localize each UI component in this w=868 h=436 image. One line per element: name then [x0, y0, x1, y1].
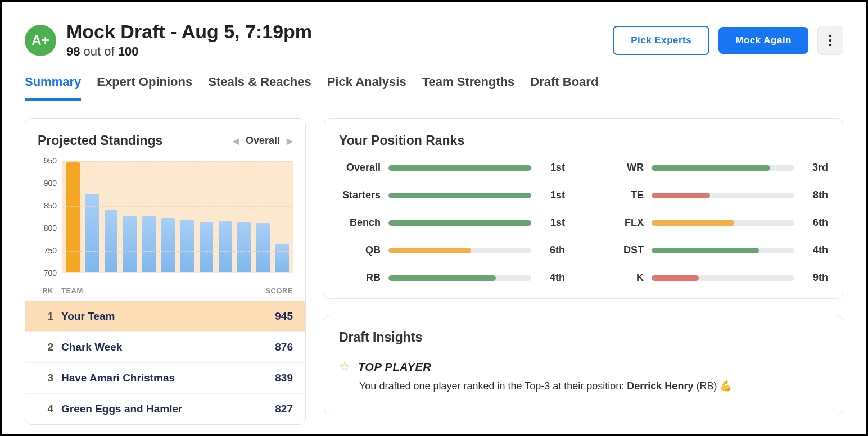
pager-label: Overall — [246, 135, 280, 147]
grade-badge: A+ — [25, 25, 56, 56]
tab-summary[interactable]: Summary — [25, 69, 81, 101]
chart-bar — [142, 216, 156, 272]
col-rk-header: RK — [38, 287, 61, 295]
table-row[interactable]: 4Green Eggs and Hamler827 — [25, 393, 305, 424]
rank-label: Overall — [339, 162, 381, 174]
y-tick: 700 — [44, 269, 57, 278]
rank-bar — [388, 220, 531, 226]
chart-bar — [85, 194, 99, 273]
rank-value: 9th — [802, 272, 828, 284]
rank-value: 1st — [539, 189, 565, 201]
svg-point-1 — [829, 39, 831, 41]
col-team-header: TEAM — [61, 287, 248, 295]
chart-bar — [256, 223, 270, 272]
tab-steals-reaches[interactable]: Steals & Reaches — [208, 69, 311, 101]
rank-value: 1st — [539, 217, 565, 229]
tab-expert-opinions[interactable]: Expert Opinions — [97, 69, 192, 101]
rank-label: TE — [602, 189, 644, 201]
score-subtitle: 98 out of 100 — [66, 44, 312, 59]
chart-bar — [237, 222, 251, 272]
rank-label: FLX — [602, 217, 644, 229]
star-icon: ☆ — [339, 360, 350, 374]
row-score: 945 — [248, 310, 293, 323]
row-rank: 4 — [38, 403, 61, 415]
draft-insights-card: Draft Insights ☆ TOP PLAYER You drafted … — [324, 315, 843, 415]
chart-bar — [200, 222, 213, 273]
rank-bar — [388, 248, 531, 253]
rank-value: 3rd — [802, 162, 828, 174]
rank-value: 6th — [539, 244, 565, 256]
rank-row-overall: Overall1st — [339, 162, 565, 174]
rank-bar — [388, 193, 531, 198]
row-rank: 1 — [38, 310, 61, 323]
top-player-heading: TOP PLAYER — [358, 361, 431, 374]
row-team: Have Amari Christmas — [61, 372, 248, 384]
row-score: 876 — [248, 341, 293, 353]
tab-team-strengths[interactable]: Team Strengths — [422, 69, 515, 101]
rank-label: WR — [602, 162, 644, 174]
rank-bar — [388, 275, 531, 281]
ranks-title: Your Position Ranks — [339, 133, 828, 148]
rank-label: Starters — [339, 189, 381, 201]
col-score-header: SCORE — [248, 287, 293, 295]
chart-bar — [123, 216, 137, 273]
rank-value: 1st — [539, 162, 565, 174]
svg-point-2 — [829, 43, 831, 46]
rank-value: 8th — [802, 189, 828, 201]
rank-label: QB — [339, 244, 381, 256]
y-tick: 950 — [44, 156, 57, 165]
rank-value: 4th — [539, 272, 565, 284]
y-tick: 800 — [44, 224, 57, 233]
pager-prev-button[interactable]: ◀ — [233, 137, 239, 146]
top-player-text: You drafted one player ranked in the Top… — [359, 380, 828, 392]
chart-bar — [66, 162, 80, 272]
chart-bar — [275, 244, 289, 272]
row-rank: 3 — [38, 372, 61, 384]
table-row[interactable]: 3Have Amari Christmas839 — [25, 362, 305, 393]
chart-bar — [105, 210, 118, 272]
rank-bar — [652, 248, 794, 253]
rank-bar — [388, 165, 531, 171]
rank-row-wr: WR3rd — [602, 162, 828, 174]
insights-title: Draft Insights — [339, 330, 828, 345]
rank-row-te: TE8th — [602, 189, 828, 201]
rank-bar — [652, 220, 794, 226]
more-menu-button[interactable] — [817, 26, 843, 55]
tab-pick-analysis[interactable]: Pick Analysis — [327, 69, 406, 101]
table-row[interactable]: 2Chark Week876 — [25, 331, 305, 362]
table-row[interactable]: 1Your Team945 — [25, 301, 305, 331]
standings-title: Projected Standings — [38, 133, 162, 148]
rank-row-qb: QB6th — [339, 244, 565, 256]
y-tick: 900 — [44, 179, 57, 188]
position-ranks-card: Your Position Ranks Overall1stWR3rdStart… — [324, 118, 843, 299]
row-team: Green Eggs and Hamler — [61, 403, 248, 415]
projected-standings-card: Projected Standings ◀ Overall ▶ 70075080… — [25, 118, 306, 425]
y-tick: 750 — [44, 246, 57, 255]
rank-bar — [652, 193, 794, 198]
rank-row-rb: RB4th — [339, 272, 565, 284]
row-team: Chark Week — [61, 341, 248, 353]
rank-bar — [652, 165, 794, 171]
svg-point-0 — [829, 34, 831, 37]
rank-label: DST — [602, 244, 644, 256]
rank-row-starters: Starters1st — [339, 189, 565, 201]
row-rank: 2 — [38, 341, 61, 353]
rank-row-flx: FLX6th — [602, 217, 828, 229]
row-score: 827 — [248, 403, 293, 415]
row-score: 839 — [248, 372, 293, 384]
row-team: Your Team — [61, 310, 248, 323]
rank-value: 6th — [802, 217, 828, 229]
chart-bar — [180, 220, 194, 272]
y-tick: 850 — [44, 201, 57, 210]
rank-label: RB — [339, 272, 381, 284]
pick-experts-button[interactable]: Pick Experts — [613, 26, 709, 55]
rank-row-dst: DST4th — [602, 244, 828, 256]
rank-row-bench: Bench1st — [339, 217, 565, 229]
chart-bar — [161, 218, 175, 273]
standings-bar-chart — [62, 161, 293, 273]
tab-draft-board[interactable]: Draft Board — [530, 69, 598, 101]
rank-bar — [652, 275, 794, 281]
pager-next-button[interactable]: ▶ — [287, 137, 293, 146]
rank-value: 4th — [802, 244, 828, 256]
mock-again-button[interactable]: Mock Again — [718, 27, 808, 54]
